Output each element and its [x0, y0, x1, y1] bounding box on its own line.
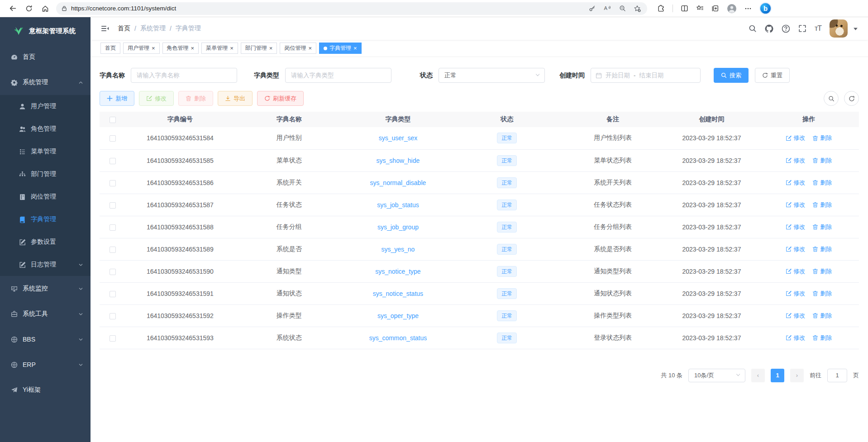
breadcrumb-item-dict[interactable]: 字典管理 [176, 24, 201, 33]
header-search-button[interactable] [749, 24, 757, 33]
tab-dept-management[interactable]: 部门管理× [241, 43, 277, 54]
font-size-button[interactable]: тT [815, 24, 821, 33]
tab-home[interactable]: 首页 [100, 43, 120, 54]
breadcrumb-item-system[interactable]: 系统管理 [140, 24, 166, 33]
delete-link[interactable]: 删除 [812, 223, 832, 231]
delete-button[interactable]: 删除 [178, 91, 213, 106]
prev-page-button[interactable]: ‹ [751, 369, 765, 382]
status-select[interactable]: 正常 [439, 68, 545, 83]
browser-home-button[interactable] [37, 1, 53, 16]
dict-type-link[interactable]: sys_normal_disable [370, 179, 426, 186]
delete-link[interactable]: 删除 [812, 290, 832, 298]
sidebar-item-dict-management[interactable]: 字典管理 [0, 208, 91, 231]
sidebar-item-param-settings[interactable]: 参数设置 [0, 231, 91, 253]
delete-link[interactable]: 删除 [812, 201, 832, 209]
password-key-icon[interactable] [589, 5, 596, 12]
row-checkbox[interactable] [110, 135, 116, 142]
add-button[interactable]: 新增 [100, 91, 134, 106]
delete-link[interactable]: 删除 [812, 312, 832, 320]
tab-dict-management[interactable]: 字典管理× [319, 43, 362, 54]
row-checkbox[interactable] [110, 269, 116, 275]
dict-type-link[interactable]: sys_oper_type [377, 312, 419, 319]
tab-role-management[interactable]: 角色管理× [162, 43, 199, 54]
delete-link[interactable]: 删除 [812, 157, 832, 165]
close-icon[interactable]: × [353, 45, 357, 51]
next-page-button[interactable]: › [790, 369, 804, 382]
dict-type-link[interactable]: sys_notice_type [375, 268, 420, 275]
sidebar-item-log-management[interactable]: 日志管理 [0, 253, 91, 276]
extensions-icon[interactable] [657, 5, 665, 12]
sidebar-item-bbs[interactable]: BBS [0, 327, 91, 352]
dict-type-link[interactable]: sys_notice_status [373, 290, 423, 297]
dict-type-link[interactable]: sys_user_sex [379, 134, 418, 142]
close-icon[interactable]: × [152, 45, 155, 51]
edit-link[interactable]: 修改 [786, 134, 805, 142]
row-checkbox[interactable] [110, 202, 116, 209]
more-menu-icon[interactable] [744, 5, 752, 12]
created-range-input[interactable]: 开始日期 - 结束日期 [591, 68, 701, 83]
collections-icon[interactable] [711, 5, 719, 12]
toggle-search-button[interactable] [824, 91, 839, 106]
goto-page-input[interactable] [827, 369, 847, 382]
read-aloud-icon[interactable]: A [603, 5, 611, 12]
tab-user-management[interactable]: 用户管理× [123, 43, 160, 54]
delete-link[interactable]: 删除 [812, 245, 832, 253]
page-1-button[interactable]: 1 [771, 369, 784, 382]
close-icon[interactable]: × [269, 45, 273, 51]
reset-button[interactable]: 重置 [755, 68, 790, 83]
close-icon[interactable]: × [230, 45, 234, 51]
delete-link[interactable]: 删除 [812, 134, 832, 142]
breadcrumb-item-home[interactable]: 首页 [118, 24, 130, 33]
sidebar-item-yi-framework[interactable]: Yi框架 [0, 377, 91, 403]
sidebar-item-post-management[interactable]: 岗位管理 [0, 185, 91, 208]
sidebar-item-dept-management[interactable]: 部门管理 [0, 163, 91, 185]
delete-link[interactable]: 删除 [812, 334, 832, 342]
page-size-select[interactable]: 10条/页 [688, 369, 745, 382]
search-button[interactable]: 搜索 [714, 68, 749, 83]
delete-link[interactable]: 删除 [812, 267, 832, 276]
edit-link[interactable]: 修改 [786, 312, 805, 320]
row-checkbox[interactable] [110, 313, 116, 319]
github-link[interactable] [765, 24, 773, 33]
browser-refresh-button[interactable] [21, 1, 37, 16]
dict-type-link[interactable]: sys_yes_no [381, 246, 415, 253]
edit-link[interactable]: 修改 [786, 267, 805, 276]
row-checkbox[interactable] [110, 291, 116, 297]
sidebar-item-role-management[interactable]: 角色管理 [0, 118, 91, 140]
fullscreen-button[interactable] [798, 24, 806, 33]
user-avatar[interactable] [830, 19, 848, 38]
url-text[interactable]: https://ccnetcore.com:1101/system/dict [71, 5, 585, 12]
dict-type-link[interactable]: sys_common_status [369, 334, 427, 342]
edit-link[interactable]: 修改 [786, 245, 805, 253]
close-icon[interactable]: × [308, 45, 312, 51]
sidebar-item-system-monitor[interactable]: 系统监控 [0, 276, 91, 301]
zoom-out-icon[interactable] [619, 5, 626, 12]
add-favorite-icon[interactable] [634, 5, 641, 12]
edit-link[interactable]: 修改 [786, 179, 805, 187]
profile-icon[interactable] [727, 4, 737, 14]
avatar-caret-down-icon[interactable] [853, 26, 858, 31]
dict-name-input[interactable]: 请输入字典名称 [131, 68, 237, 83]
edit-link[interactable]: 修改 [786, 290, 805, 298]
sidebar-item-system-management[interactable]: 系统管理 [0, 70, 91, 95]
tab-post-management[interactable]: 岗位管理× [280, 43, 316, 54]
export-button[interactable]: 导出 [218, 91, 253, 106]
dict-type-input[interactable]: 请输入字典类型 [285, 68, 391, 83]
dict-type-link[interactable]: sys_job_status [377, 201, 419, 209]
sidebar-item-system-tools[interactable]: 系统工具 [0, 301, 91, 327]
edit-link[interactable]: 修改 [786, 157, 805, 165]
edit-link[interactable]: 修改 [786, 223, 805, 231]
edit-link[interactable]: 修改 [786, 334, 805, 342]
row-checkbox[interactable] [110, 335, 116, 342]
row-checkbox[interactable] [110, 247, 116, 253]
address-bar[interactable]: https://ccnetcore.com:1101/system/dict A [56, 2, 647, 15]
help-button[interactable] [782, 24, 790, 33]
close-icon[interactable]: × [191, 45, 195, 51]
favorites-icon[interactable] [696, 5, 704, 12]
delete-link[interactable]: 删除 [812, 179, 832, 187]
browser-back-button[interactable] [5, 1, 21, 16]
sidebar-item-erp[interactable]: ERP [0, 352, 91, 377]
sidebar-collapse-button[interactable] [100, 24, 110, 33]
dict-type-link[interactable]: sys_show_hide [377, 157, 420, 164]
copilot-icon[interactable]: b [759, 2, 772, 14]
